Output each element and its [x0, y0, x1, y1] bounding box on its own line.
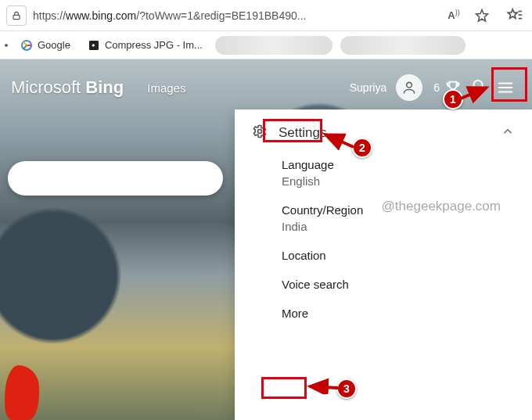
page-content: Microsoft Bing Images Supriya 6 Settin — [0, 59, 532, 420]
star-lines-icon — [506, 7, 523, 24]
bookmark-blurred — [215, 36, 332, 55]
notifications-button[interactable] — [466, 76, 490, 99]
url-display[interactable]: https://www.bing.com/?toWww=1&redig=BE19… — [33, 9, 437, 22]
settings-header[interactable]: Settings — [252, 124, 515, 142]
settings-title: Settings — [279, 125, 326, 141]
decorative-blob — [5, 365, 39, 420]
site-info-button[interactable] — [6, 5, 27, 26]
bing-logo[interactable]: Microsoft Bing — [11, 77, 124, 98]
svg-marker-1 — [476, 9, 488, 21]
settings-item-more[interactable]: More — [282, 307, 515, 320]
nav-images-link[interactable]: Images — [147, 81, 185, 95]
bookmark-google[interactable]: Google — [16, 36, 75, 55]
settings-item-location[interactable]: Location — [282, 249, 515, 262]
browser-address-bar: https://www.bing.com/?toWww=1&redig=BE19… — [0, 0, 532, 31]
bookmark-overflow-dot — [5, 44, 8, 47]
url-prefix: https:// — [33, 9, 66, 22]
avatar[interactable] — [396, 74, 422, 101]
bookmark-blurred — [340, 36, 466, 55]
hamburger-menu-button[interactable] — [490, 73, 521, 102]
bookmark-label: Compress JPG - Im... — [105, 39, 203, 51]
add-favorite-button[interactable] — [471, 5, 493, 27]
search-input[interactable] — [8, 161, 223, 196]
svg-point-8 — [407, 82, 412, 88]
star-plus-icon — [474, 8, 490, 23]
settings-item-voice[interactable]: Voice search — [282, 278, 515, 291]
rewards-points[interactable]: 6 — [429, 76, 466, 99]
lock-icon — [11, 10, 22, 21]
svg-marker-2 — [508, 9, 517, 18]
settings-panel: Settings Language English Country/Region… — [235, 109, 532, 420]
svg-point-12 — [258, 130, 262, 134]
compress-icon — [88, 39, 100, 52]
chevron-up-icon[interactable] — [501, 124, 515, 142]
reader-mode-button[interactable]: A)) — [443, 5, 465, 27]
settings-item-country[interactable]: Country/Region India — [282, 203, 515, 233]
bell-icon — [469, 79, 487, 96]
settings-list: Language English Country/Region India Lo… — [252, 158, 515, 320]
person-icon — [401, 80, 417, 95]
favorites-button[interactable] — [504, 5, 526, 27]
bookmark-compress-jpg[interactable]: Compress JPG - Im... — [83, 36, 207, 55]
bookmark-label: Google — [38, 39, 70, 51]
svg-rect-0 — [13, 15, 20, 19]
url-host: www.bing.com — [66, 9, 136, 22]
google-icon — [20, 39, 33, 52]
trophy-icon — [444, 79, 462, 96]
gear-icon — [252, 124, 268, 142]
settings-item-language[interactable]: Language English — [282, 158, 515, 188]
bing-header: Microsoft Bing Images Supriya 6 — [0, 69, 532, 106]
bookmarks-bar: Google Compress JPG - Im... — [0, 31, 532, 59]
user-name[interactable]: Supriya — [345, 78, 391, 97]
hamburger-icon — [495, 79, 516, 96]
url-rest: /?toWww=1&redig=BE191BB490... — [136, 9, 306, 22]
